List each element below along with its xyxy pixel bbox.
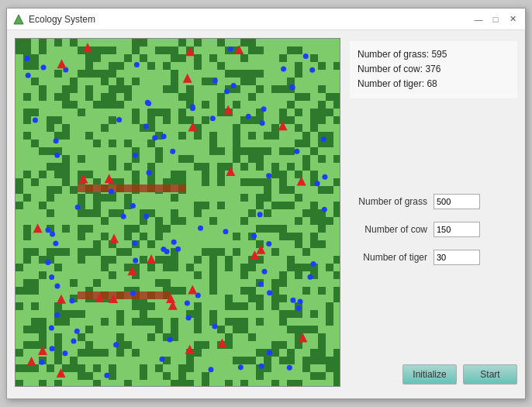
cow-input-label: Number of cow <box>350 224 427 235</box>
right-panel: Number of grass: 595 Number of cow: 376 … <box>350 38 517 391</box>
tiger-stat: Number of tiger: 68 <box>358 77 510 91</box>
close-button[interactable]: ✕ <box>506 13 519 26</box>
cow-input-row: Number of cow <box>350 222 517 237</box>
window-title: Ecology System <box>29 14 95 25</box>
grass-stat: Number of grass: 595 <box>358 47 510 62</box>
app-icon <box>13 14 24 25</box>
cow-input[interactable] <box>434 222 480 237</box>
grass-stat-value: 595 <box>431 49 447 60</box>
title-controls: — □ ✕ <box>472 13 519 26</box>
tiger-input-row: Number of tiger <box>350 250 517 265</box>
grass-input[interactable] <box>434 194 480 209</box>
cow-stat: Number of cow: 376 <box>358 62 510 77</box>
cow-stat-value: 376 <box>425 64 440 74</box>
tiger-stat-value: 68 <box>427 78 437 89</box>
maximize-button[interactable]: □ <box>489 13 502 26</box>
inputs-section: Number of grass Number of cow Number of … <box>350 98 517 361</box>
tiger-stat-label: Number of tiger: <box>358 78 424 89</box>
main-content: Number of grass: 595 Number of cow: 376 … <box>7 30 525 398</box>
title-bar: Ecology System — □ ✕ <box>7 9 525 30</box>
tiger-input-label: Number of tiger <box>350 252 427 263</box>
svg-marker-0 <box>14 15 23 24</box>
title-bar-left: Ecology System <box>13 14 95 25</box>
buttons-row: Initialize Start <box>350 361 517 388</box>
stats-section: Number of grass: 595 Number of cow: 376 … <box>350 41 517 98</box>
grass-input-row: Number of grass <box>350 194 517 209</box>
minimize-button[interactable]: — <box>472 13 485 26</box>
cow-stat-label: Number of cow: <box>358 64 423 74</box>
simulation-canvas <box>15 38 340 387</box>
grass-input-label: Number of grass <box>350 196 427 207</box>
initialize-button[interactable]: Initialize <box>402 364 457 385</box>
grass-stat-label: Number of grass: <box>358 49 429 60</box>
start-button[interactable]: Start <box>463 364 517 385</box>
app-window: Ecology System — □ ✕ Number of grass: 59… <box>6 8 526 399</box>
tiger-input[interactable] <box>434 250 480 265</box>
